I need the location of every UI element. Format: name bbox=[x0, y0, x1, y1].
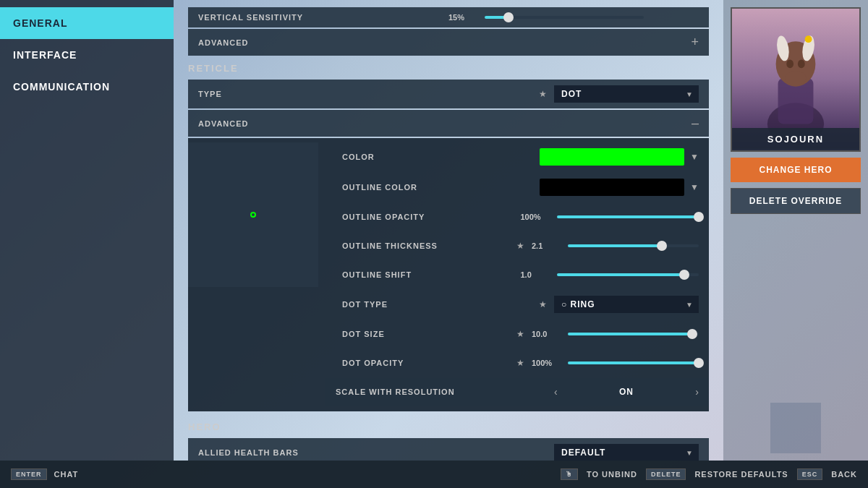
outline-shift-slider: 1.0 bbox=[521, 270, 699, 279]
bottom-bar: ENTER CHAT 🖱 TO UNBIND DELETE RESTORE DE… bbox=[0, 461, 868, 488]
main-container: GENERAL InterFace COMMUNICATION VERTICAL… bbox=[0, 0, 868, 461]
vertical-sensitivity-slider-container: 15% bbox=[448, 13, 699, 22]
crosshair-preview-dot bbox=[250, 212, 256, 218]
vertical-sensitivity-track[interactable] bbox=[485, 16, 644, 19]
dot-opacity-track[interactable] bbox=[568, 361, 699, 364]
outline-thickness-slider: 2.1 bbox=[532, 241, 699, 250]
reticle-section-title: RETICLE bbox=[188, 63, 709, 74]
outline-shift-track[interactable] bbox=[557, 273, 699, 276]
outline-thickness-value: 2.1 bbox=[532, 241, 561, 250]
type-dropdown[interactable]: DOT CROSSHAIR CIRCLE bbox=[554, 85, 699, 103]
outline-color-row: OUTLINE COLOR ▼ bbox=[326, 173, 709, 202]
dot-size-track[interactable] bbox=[568, 333, 699, 335]
change-hero-button[interactable]: CHANGE HERO bbox=[731, 158, 861, 182]
dot-opacity-value: 100% bbox=[532, 359, 561, 367]
reticle-advanced-toggle-icon: – bbox=[692, 116, 699, 131]
mouse-key-badge: 🖱 bbox=[561, 468, 578, 480]
color-row: COLOR ▼ bbox=[326, 142, 709, 171]
dot-opacity-thumb[interactable] bbox=[694, 358, 704, 368]
color-swatch-row: ▼ bbox=[540, 148, 699, 166]
outline-color-chevron-down-icon[interactable]: ▼ bbox=[690, 182, 699, 192]
outline-opacity-thumb[interactable] bbox=[694, 212, 704, 222]
scroll-area[interactable]: VERTICAL SENSITIVITY 15% ADVANCED + RETI… bbox=[174, 0, 723, 461]
unbind-action-label: TO UNBIND bbox=[587, 470, 637, 479]
scale-toggle-control: ‹ ON › bbox=[554, 386, 699, 398]
outline-opacity-slider: 100% bbox=[521, 213, 699, 221]
reticle-advanced-label: ADVANCED bbox=[198, 119, 249, 128]
color-green-bar[interactable] bbox=[540, 148, 684, 166]
allied-health-label: ALLIED HEALTH BARS bbox=[198, 448, 554, 457]
outline-opacity-track[interactable] bbox=[557, 215, 699, 218]
allied-health-dropdown-wrapper: DEFAULT ON OFF bbox=[554, 444, 699, 461]
allied-health-row: ALLIED HEALTH BARS DEFAULT ON OFF bbox=[188, 438, 709, 461]
outline-shift-row: OUTLINE SHIFT 1.0 bbox=[326, 261, 709, 288]
type-dropdown-wrapper: DOT CROSSHAIR CIRCLE bbox=[554, 85, 699, 103]
outline-color-swatch-row: ▼ bbox=[540, 179, 699, 196]
chat-action-label: CHAT bbox=[54, 470, 79, 479]
content-area: VERTICAL SENSITIVITY 15% ADVANCED + RETI… bbox=[174, 0, 723, 461]
top-advanced-toggle-icon: + bbox=[691, 35, 699, 50]
type-label: TYPE bbox=[198, 90, 532, 98]
color-black-bar[interactable] bbox=[540, 179, 684, 196]
outline-shift-label: OUTLINE SHIFT bbox=[342, 270, 521, 279]
scale-value: ON bbox=[619, 387, 634, 397]
sidebar-item-general[interactable]: GENERAL bbox=[0, 7, 174, 39]
dot-size-label: DOT SIZE bbox=[342, 330, 509, 338]
dot-type-dropdown[interactable]: ○ RING ● FILLED bbox=[554, 296, 699, 313]
top-advanced-label: ADVANCED bbox=[198, 38, 249, 47]
bottom-right-actions: 🖱 TO UNBIND DELETE RESTORE DEFAULTS ESC … bbox=[561, 468, 857, 480]
reticle-advanced-panel: COLOR ▼ OUTLINE COLOR ▼ bbox=[188, 138, 709, 411]
outline-thickness-fill bbox=[568, 244, 662, 247]
svg-point-7 bbox=[798, 60, 805, 69]
dot-size-row: DOT SIZE ★ 10.0 bbox=[326, 320, 709, 348]
dot-opacity-label: DOT OPACITY bbox=[342, 359, 509, 367]
dot-type-dropdown-wrapper: ○ RING ● FILLED bbox=[554, 296, 699, 313]
scale-chevron-right-icon[interactable]: › bbox=[695, 386, 699, 398]
dot-opacity-fill bbox=[568, 361, 699, 364]
color-label: COLOR bbox=[342, 153, 540, 161]
dot-type-row: DOT TYPE ★ ○ RING ● FILLED bbox=[326, 290, 709, 319]
type-star-icon: ★ bbox=[539, 89, 547, 99]
outline-shift-value: 1.0 bbox=[521, 270, 550, 279]
reticle-advanced-header[interactable]: ADVANCED – bbox=[188, 110, 709, 137]
outline-thickness-row: OUTLINE THICKNESS ★ 2.1 bbox=[326, 232, 709, 260]
scale-chevron-left-icon[interactable]: ‹ bbox=[554, 386, 558, 398]
vertical-sensitivity-label: VERTICAL SENSITIVITY bbox=[198, 13, 448, 22]
scale-label: SCALE WITH RESOLUTION bbox=[336, 388, 554, 396]
outline-thickness-thumb[interactable] bbox=[657, 241, 667, 251]
dot-opacity-row: DOT OPACITY ★ 100% bbox=[326, 349, 709, 377]
dot-size-fill bbox=[568, 333, 692, 335]
dot-size-slider: 10.0 bbox=[532, 330, 699, 338]
advanced-panel-inner: COLOR ▼ OUTLINE COLOR ▼ bbox=[188, 142, 709, 407]
allied-health-dropdown[interactable]: DEFAULT ON OFF bbox=[554, 444, 699, 461]
esc-key-badge: ESC bbox=[797, 468, 823, 480]
decorative-square bbox=[770, 403, 821, 453]
hero-section-title: HERO bbox=[188, 421, 709, 432]
svg-point-9 bbox=[805, 35, 812, 43]
outline-opacity-row: OUTLINE OPACITY 100% bbox=[326, 203, 709, 231]
dot-size-value: 10.0 bbox=[532, 330, 561, 338]
crosshair-preview bbox=[188, 142, 318, 287]
outline-thickness-track[interactable] bbox=[568, 244, 699, 247]
outline-opacity-value: 100% bbox=[521, 213, 550, 221]
sidebar-item-communication[interactable]: COMMUNICATION bbox=[0, 71, 174, 103]
back-action-label: BACK bbox=[831, 470, 857, 479]
top-advanced-row[interactable]: ADVANCED + bbox=[188, 29, 709, 56]
bottom-left-actions: ENTER CHAT bbox=[11, 468, 78, 480]
outline-shift-thumb[interactable] bbox=[679, 270, 689, 280]
sidebar: GENERAL InterFace COMMUNICATION bbox=[0, 0, 174, 461]
scale-row: SCALE WITH RESOLUTION ‹ ON › bbox=[326, 378, 709, 406]
dot-size-thumb[interactable] bbox=[687, 329, 697, 339]
vertical-sensitivity-value: 15% bbox=[448, 13, 477, 22]
vertical-sensitivity-row: VERTICAL SENSITIVITY 15% bbox=[188, 7, 709, 27]
dot-size-star-icon: ★ bbox=[516, 329, 524, 339]
delete-override-button[interactable]: DELETE OVERRIDE bbox=[731, 188, 861, 214]
outline-opacity-fill bbox=[557, 215, 699, 218]
svg-point-8 bbox=[785, 71, 806, 85]
dot-type-label: DOT TYPE bbox=[342, 300, 532, 309]
right-panel: SOJOURN CHANGE HERO DELETE OVERRIDE bbox=[723, 0, 868, 461]
color-chevron-down-icon[interactable]: ▼ bbox=[690, 152, 699, 162]
sidebar-item-interface[interactable]: InterFace bbox=[0, 39, 174, 71]
vertical-sensitivity-thumb[interactable] bbox=[503, 12, 514, 22]
advanced-settings-list: COLOR ▼ OUTLINE COLOR ▼ bbox=[326, 142, 709, 407]
